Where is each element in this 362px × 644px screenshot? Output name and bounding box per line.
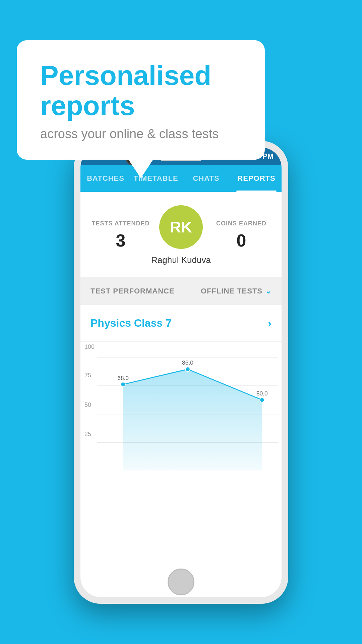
offline-tests-label: OFFLINE TESTS: [201, 287, 262, 296]
physics-class-row[interactable]: Physics Class 7 ›: [80, 305, 282, 342]
phone-outer: ✦ 📳 HD ▼ ▲ 65% 🔋 1:25 PM BATCHES TIMETAB…: [74, 141, 288, 604]
y-label-50: 50: [84, 401, 91, 409]
chart-area: 100 75 50 25: [80, 342, 282, 489]
tab-batches-label: BATCHES: [87, 174, 124, 183]
y-label-100: 100: [84, 343, 95, 351]
coins-earned-value: 0: [211, 230, 272, 251]
offline-tests-dropdown[interactable]: OFFLINE TESTS ⌄: [201, 287, 272, 296]
point-label-1: 68.0: [117, 375, 129, 381]
performance-bar: TEST PERFORMANCE OFFLINE TESTS ⌄: [80, 277, 282, 305]
data-point-2: [185, 367, 190, 372]
tests-attended-block: TESTS ATTENDED 3: [90, 220, 151, 251]
performance-chart: 68.0 86.0 50.0: [97, 348, 278, 476]
tests-attended-value: 3: [90, 230, 151, 251]
point-label-2: 86.0: [182, 359, 193, 366]
point-label-3: 50.0: [256, 390, 268, 397]
svg-marker-4: [123, 369, 262, 471]
phone-wrapper: ✦ 📳 HD ▼ ▲ 65% 🔋 1:25 PM BATCHES TIMETAB…: [74, 141, 288, 610]
avatar-block: RK Raghul Kuduva: [151, 205, 211, 265]
tab-batches[interactable]: BATCHES: [80, 165, 131, 192]
physics-class-label: Physics Class 7: [90, 317, 172, 329]
y-label-75: 75: [84, 372, 91, 379]
tab-reports[interactable]: REPORTS: [231, 165, 282, 192]
data-point-3: [260, 398, 264, 402]
data-point-1: [121, 382, 125, 387]
avatar: RK: [159, 205, 203, 249]
profile-section: TESTS ATTENDED 3 RK Raghul Kuduva COINS …: [80, 192, 282, 277]
phone-screen: ✦ 📳 HD ▼ ▲ 65% 🔋 1:25 PM BATCHES TIMETAB…: [80, 148, 282, 597]
chevron-down-icon: ⌄: [265, 287, 272, 296]
y-label-25: 25: [84, 431, 91, 438]
user-name: Raghul Kuduva: [151, 255, 211, 265]
tests-attended-label: TESTS ATTENDED: [90, 220, 151, 227]
home-button[interactable]: [168, 569, 194, 595]
avatar-initials: RK: [170, 218, 192, 236]
bubble-subtitle: across your online & class tests: [40, 127, 241, 141]
tab-chats[interactable]: CHATS: [181, 165, 231, 192]
coins-earned-block: COINS EARNED 0: [211, 220, 272, 251]
bubble-title: Personalised reports: [40, 60, 241, 121]
tab-chats-label: CHATS: [193, 174, 219, 183]
tab-reports-label: REPORTS: [237, 174, 275, 183]
chevron-right-icon: ›: [268, 317, 272, 330]
speech-bubble: Personalised reports across your online …: [17, 40, 265, 160]
coins-earned-label: COINS EARNED: [211, 220, 272, 227]
performance-label: TEST PERFORMANCE: [90, 287, 175, 296]
nav-tabs: BATCHES TIMETABLE CHATS REPORTS: [80, 165, 282, 192]
